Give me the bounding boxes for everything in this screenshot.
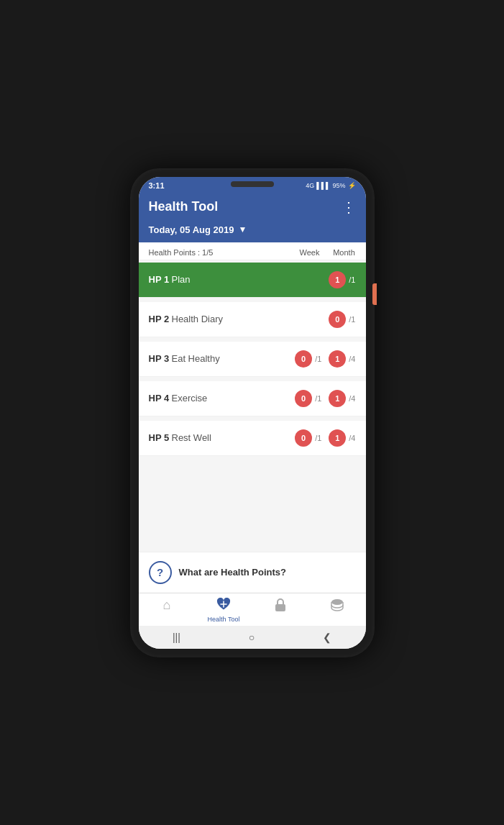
week-column-header: Week [298,248,321,257]
question-icon: ? [149,561,172,584]
battery-icon: ⚡ [348,182,356,189]
hp-1-scores: 1 /1 [329,271,355,288]
hp-row-4[interactable]: HP 4 Exercise 0 /1 1 /4 [139,381,366,416]
android-nav: ||| ○ ❮ [139,626,366,649]
health-points-info-text: What are Health Points? [179,567,287,578]
health-points-info[interactable]: ? What are Health Points? [139,552,366,593]
hp-1-number: HP 1 [149,274,172,285]
svg-point-1 [331,599,343,605]
side-accent [372,283,377,305]
hp-5-month-max: /4 [349,434,355,442]
hp-1-name: Plan [172,274,329,285]
date-dropdown-icon[interactable]: ▼ [238,224,247,234]
hp-3-week-max: /1 [315,355,321,363]
app-title: Health Tool [149,199,219,214]
battery-text: 95% [332,182,345,189]
hp-5-name: Rest Well [172,432,295,443]
hp-4-month-badge: 1 [329,390,346,407]
nav-item-lock[interactable] [252,598,309,623]
health-tool-icon [216,598,231,614]
phone-speaker [231,181,274,187]
hp-3-name: Eat Healthy [172,353,295,364]
status-icons: 4G ▌▌▌ 95% ⚡ [306,182,355,189]
android-home-btn[interactable]: ○ [249,632,255,643]
health-tool-nav-label: Health Tool [208,616,240,623]
points-header: Health Points : 1/5 Week Month [139,242,366,260]
phone-frame: 3:11 4G ▌▌▌ 95% ⚡ Health Tool ⋮ Today, 0… [130,168,375,657]
hp-1-week-max: /1 [349,275,355,284]
nav-item-home[interactable]: ⌂ [139,598,196,623]
hp-row-3[interactable]: HP 3 Eat Healthy 0 /1 1 /4 [139,342,366,377]
hp-row-1[interactable]: HP 1 Plan 1 /1 [139,263,366,298]
android-back-btn[interactable]: ❮ [323,632,331,643]
signal-icon: ▌▌▌ [316,182,330,189]
hp-row-5[interactable]: HP 5 Rest Well 0 /1 1 /4 [139,421,366,456]
hp-3-month-badge: 1 [329,350,346,368]
date-text: Today, 05 Aug 2019 [149,224,234,235]
lock-icon [274,598,287,616]
health-points-label: Health Points : 1/5 [149,248,214,257]
content-spacer [139,458,366,552]
app-header: Health Tool ⋮ [139,193,366,220]
phone-screen: 3:11 4G ▌▌▌ 95% ⚡ Health Tool ⋮ Today, 0… [139,177,366,649]
network-icon: 4G [306,182,314,189]
status-time: 3:11 [149,181,165,190]
hp-3-number: HP 3 [149,353,172,364]
hp-2-number: HP 2 [149,314,172,324]
nav-item-money[interactable] [309,598,366,623]
hp-1-week-badge: 1 [329,271,346,288]
hp-2-scores: 0 /1 [329,311,355,328]
hp-5-week-max: /1 [315,434,321,442]
hp-2-name: Health Diary [172,314,329,324]
hp-5-month-badge: 1 [329,429,346,447]
column-headers: Week Month [298,248,356,257]
hp-row-2[interactable]: HP 2 Health Diary 0 /1 [139,302,366,337]
hp-3-scores: 0 /1 1 /4 [295,350,355,368]
bottom-nav: ⌂ Health Tool [139,593,366,626]
hp-4-month-max: /4 [349,394,355,403]
hp-2-week-badge: 0 [329,311,346,328]
hp-5-scores: 0 /1 1 /4 [295,429,355,447]
hp-5-number: HP 5 [149,432,172,443]
hp-4-name: Exercise [172,393,295,404]
nav-item-health-tool[interactable]: Health Tool [196,598,252,623]
hp-4-scores: 0 /1 1 /4 [295,390,355,407]
hp-4-number: HP 4 [149,393,172,404]
month-column-header: Month [333,248,356,257]
hp-4-week-badge: 0 [295,390,312,407]
svg-rect-0 [275,604,285,611]
hp-4-week-max: /1 [315,394,321,403]
android-recent-btn[interactable]: ||| [173,632,180,643]
hp-3-week-badge: 0 [295,350,312,368]
main-content: Health Points : 1/5 Week Month HP 1 Plan… [139,242,366,593]
hp-3-month-max: /4 [349,355,355,363]
hp-5-week-badge: 0 [295,429,312,447]
more-options-icon[interactable]: ⋮ [342,199,356,216]
date-bar[interactable]: Today, 05 Aug 2019 ▼ [139,220,366,242]
hp-2-week-max: /1 [349,315,355,324]
home-icon: ⌂ [163,598,171,613]
money-icon [330,598,344,616]
